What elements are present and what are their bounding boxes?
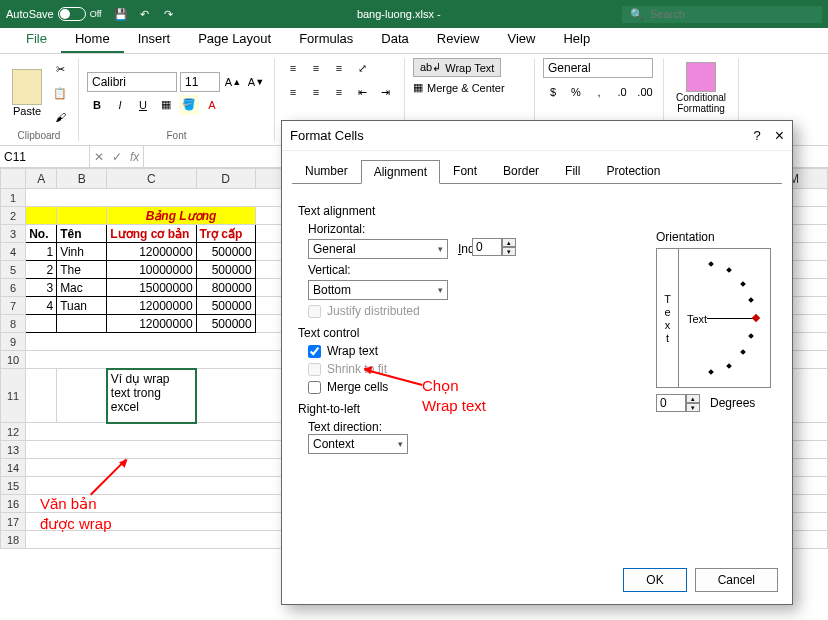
cancel-formula-icon[interactable]: ✕ xyxy=(94,150,104,164)
search-input[interactable] xyxy=(650,8,814,20)
conditional-formatting-button[interactable]: Conditional Formatting xyxy=(672,58,730,118)
bold-button[interactable]: B xyxy=(87,95,107,115)
ok-button[interactable]: OK xyxy=(623,568,686,592)
fx-icon[interactable]: fx xyxy=(130,150,139,164)
dlg-tab-alignment[interactable]: Alignment xyxy=(361,160,440,184)
redo-icon[interactable]: ↷ xyxy=(162,7,176,21)
orientation-icon[interactable]: ⤢ xyxy=(352,58,372,78)
align-center-icon[interactable]: ≡ xyxy=(306,82,326,102)
row-header[interactable]: 12 xyxy=(1,423,26,441)
align-middle-icon[interactable]: ≡ xyxy=(306,58,326,78)
row-header[interactable]: 4 xyxy=(1,243,26,261)
dialog-help-icon[interactable]: ? xyxy=(753,128,760,143)
accept-formula-icon[interactable]: ✓ xyxy=(112,150,122,164)
row-header[interactable]: 5 xyxy=(1,261,26,279)
degrees-input[interactable] xyxy=(656,394,686,412)
copy-icon[interactable]: 📋 xyxy=(50,83,70,103)
fill-color-button[interactable]: 🪣 xyxy=(179,95,199,115)
undo-icon[interactable]: ↶ xyxy=(138,7,152,21)
cut-icon[interactable]: ✂ xyxy=(50,59,70,79)
row-header[interactable]: 17 xyxy=(1,513,26,531)
font-color-button[interactable]: A xyxy=(202,95,222,115)
format-painter-icon[interactable]: 🖌 xyxy=(50,107,70,127)
tab-insert[interactable]: Insert xyxy=(124,26,185,53)
row-header[interactable]: 1 xyxy=(1,189,26,207)
sheet-title[interactable]: Bảng Lương xyxy=(107,207,255,225)
tab-view[interactable]: View xyxy=(493,26,549,53)
underline-button[interactable]: U xyxy=(133,95,153,115)
dlg-tab-font[interactable]: Font xyxy=(440,159,490,183)
name-box[interactable]: C11 xyxy=(0,146,90,167)
merge-center-button[interactable]: ▦ Merge & Center xyxy=(413,81,517,94)
border-button[interactable]: ▦ xyxy=(156,95,176,115)
align-left-icon[interactable]: ≡ xyxy=(283,82,303,102)
row-header[interactable]: 6 xyxy=(1,279,26,297)
row-header[interactable]: 18 xyxy=(1,531,26,549)
orientation-vertical-text[interactable]: Text xyxy=(657,249,679,387)
tab-home[interactable]: Home xyxy=(61,26,124,53)
font-size-select[interactable]: 11 xyxy=(180,72,220,92)
selected-cell[interactable]: Ví dụ wrap text trong excel xyxy=(107,369,196,423)
row-header[interactable]: 13 xyxy=(1,441,26,459)
indent-input[interactable] xyxy=(472,238,502,256)
degrees-spinner[interactable]: ▴▾ xyxy=(656,394,700,412)
tab-help[interactable]: Help xyxy=(549,26,604,53)
wrap-text-checkbox[interactable] xyxy=(308,345,321,358)
tab-data[interactable]: Data xyxy=(367,26,422,53)
row-header[interactable]: 11 xyxy=(1,369,26,423)
dlg-tab-protection[interactable]: Protection xyxy=(593,159,673,183)
increase-indent-icon[interactable]: ⇥ xyxy=(375,82,395,102)
col-header-D[interactable]: D xyxy=(196,169,255,189)
horizontal-select[interactable]: General▾ xyxy=(308,239,448,259)
orientation-box[interactable]: Text Text xyxy=(656,248,771,388)
align-top-icon[interactable]: ≡ xyxy=(283,58,303,78)
paste-button[interactable]: Paste xyxy=(8,65,46,121)
percent-icon[interactable]: % xyxy=(566,82,586,102)
indent-spinner[interactable]: ▴▾ xyxy=(472,238,516,256)
decrease-font-icon[interactable]: A▼ xyxy=(246,72,266,92)
align-right-icon[interactable]: ≡ xyxy=(329,82,349,102)
row-header[interactable]: 7 xyxy=(1,297,26,315)
decrease-indent-icon[interactable]: ⇤ xyxy=(352,82,372,102)
font-family-select[interactable]: Calibri xyxy=(87,72,177,92)
tab-page-layout[interactable]: Page Layout xyxy=(184,26,285,53)
search-icon: 🔍 xyxy=(630,8,644,21)
autosave[interactable]: AutoSave Off xyxy=(6,7,102,21)
orientation-dial[interactable]: Text xyxy=(679,249,770,387)
save-icon[interactable]: 💾 xyxy=(114,7,128,21)
select-all-corner[interactable] xyxy=(1,169,26,189)
row-header[interactable]: 3 xyxy=(1,225,26,243)
col-header-A[interactable]: A xyxy=(26,169,57,189)
decrease-decimal-icon[interactable]: .00 xyxy=(635,82,655,102)
vertical-select[interactable]: Bottom▾ xyxy=(308,280,448,300)
tab-review[interactable]: Review xyxy=(423,26,494,53)
cancel-button[interactable]: Cancel xyxy=(695,568,778,592)
text-direction-select[interactable]: Context▾ xyxy=(308,434,408,454)
search-box[interactable]: 🔍 xyxy=(622,6,822,23)
row-header[interactable]: 15 xyxy=(1,477,26,495)
comma-icon[interactable]: , xyxy=(589,82,609,102)
col-header-C[interactable]: C xyxy=(107,169,196,189)
col-header-B[interactable]: B xyxy=(57,169,107,189)
currency-icon[interactable]: $ xyxy=(543,82,563,102)
number-format-select[interactable]: General xyxy=(543,58,653,78)
italic-button[interactable]: I xyxy=(110,95,130,115)
row-header[interactable]: 9 xyxy=(1,333,26,351)
row-header[interactable]: 10 xyxy=(1,351,26,369)
merge-checkbox[interactable] xyxy=(308,381,321,394)
tab-formulas[interactable]: Formulas xyxy=(285,26,367,53)
wrap-text-button[interactable]: ab↲ Wrap Text xyxy=(413,58,501,77)
increase-font-icon[interactable]: A▲ xyxy=(223,72,243,92)
increase-decimal-icon[interactable]: .0 xyxy=(612,82,632,102)
dlg-tab-fill[interactable]: Fill xyxy=(552,159,593,183)
dlg-tab-border[interactable]: Border xyxy=(490,159,552,183)
row-header[interactable]: 14 xyxy=(1,459,26,477)
dlg-tab-number[interactable]: Number xyxy=(292,159,361,183)
dialog-close-icon[interactable]: × xyxy=(775,127,784,145)
autosave-toggle[interactable] xyxy=(58,7,86,21)
row-header[interactable]: 16 xyxy=(1,495,26,513)
tab-file[interactable]: File xyxy=(12,26,61,53)
align-bottom-icon[interactable]: ≡ xyxy=(329,58,349,78)
row-header[interactable]: 8 xyxy=(1,315,26,333)
row-header[interactable]: 2 xyxy=(1,207,26,225)
